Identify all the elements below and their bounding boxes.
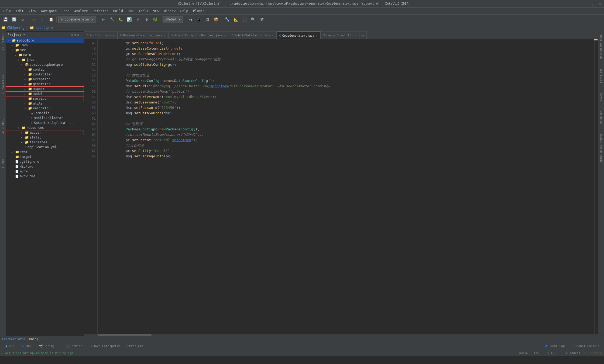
toolbar-btn3[interactable]: 🗒	[204, 16, 211, 23]
tab-globalexception[interactable]: C GlobalExceptionHandler.java ✕	[169, 32, 229, 39]
right-panel-jrebel-setup[interactable]: JRebel Setup Guide	[599, 131, 603, 165]
tree-item-target[interactable]: 📁 target	[6, 154, 84, 159]
menu-run[interactable]: Run	[126, 9, 136, 13]
menu-window[interactable]: Window	[162, 9, 177, 13]
right-panel-maven[interactable]: Maven	[599, 91, 603, 103]
side-tab-jrebel[interactable]: 3: JRebel	[1, 117, 5, 135]
run-btn[interactable]: ▶	[100, 16, 107, 23]
tree-item-model[interactable]: 📁 model	[6, 91, 84, 96]
toolbar-btn1[interactable]: ⏮	[187, 16, 194, 23]
menu-navigate[interactable]: Navigate	[39, 9, 59, 13]
tab-close-mapper2xml[interactable]: ✕	[354, 34, 356, 37]
breadcrumb-item1[interactable]: CDLSpring	[7, 26, 25, 30]
status-indent[interactable]: 4 spaces	[566, 351, 580, 355]
tree-item-utils[interactable]: 📁 utils	[6, 101, 84, 106]
tree-icon-locate[interactable]: ⊙	[71, 33, 73, 37]
side-tab-project[interactable]: 1: Project	[1, 32, 5, 52]
bottom-tab-jrebelconsole[interactable]: ☰ JRebel Console	[569, 344, 602, 348]
tab-more[interactable]: »	[359, 32, 367, 39]
menu-file[interactable]: File	[1, 9, 13, 13]
tree-item-mvnw-cmd[interactable]: 📄 mvnw.cmd	[6, 174, 84, 179]
tab-close-mobile[interactable]: ✕	[272, 34, 273, 37]
tree-item-controller[interactable]: 📁 controller	[6, 72, 84, 77]
tab-close-codegen[interactable]: ✕	[316, 34, 318, 37]
menu-vcs[interactable]: VCS	[151, 9, 161, 13]
tree-item-package[interactable]: 📦 com.cdl.spbootpro	[6, 62, 84, 67]
menu-view[interactable]: View	[26, 9, 39, 13]
maximize-btn[interactable]: □	[591, 2, 595, 6]
tree-item-resources[interactable]: 📁 resources	[6, 125, 84, 130]
breadcrumb-item2[interactable]: spbootpro	[36, 26, 53, 30]
bottom-tab-terminal[interactable]: ⬛ Terminal	[63, 344, 86, 348]
tree-item-gitignore[interactable]: 📄 .gitignore	[6, 159, 84, 164]
tree-item-main[interactable]: 📁 main	[6, 53, 84, 57]
tree-item-test[interactable]: 📁 test	[6, 150, 84, 154]
tree-icon-settings[interactable]: ⚙	[77, 33, 79, 37]
tree-project-label[interactable]: Project ▾	[8, 33, 25, 37]
toolbar-btn2[interactable]: 📱	[195, 16, 203, 23]
close-btn[interactable]: ✕	[598, 2, 602, 6]
status-position[interactable]: 48:36	[519, 351, 528, 355]
run-config-dropdown[interactable]: ⚙ CodeGenerator ▾	[58, 16, 96, 23]
debug-btn[interactable]: 🐛	[117, 16, 125, 23]
breadcrumb-codegen[interactable]: CodeGenerator	[2, 337, 25, 341]
menu-tools[interactable]: Tools	[136, 9, 150, 13]
bottom-tab-run[interactable]: 4 Run	[2, 344, 16, 348]
tab-mapper2xml[interactable]: X mapper2.xml.ftl ✕	[321, 32, 359, 39]
menu-code[interactable]: Code	[60, 9, 72, 13]
tree-item-application-yml[interactable]: Y application.yml	[6, 145, 84, 150]
menu-edit[interactable]: Edit	[14, 9, 26, 13]
tree-icon-close[interactable]: —	[80, 33, 82, 37]
tree-item-mobilevalidator[interactable]: C MobileValidator	[6, 116, 84, 120]
menu-analyze[interactable]: Analyze	[72, 9, 90, 13]
tab-mobilevalidator[interactable]: C MobileValidator.java ✕	[229, 32, 277, 39]
scrollbar-thumb[interactable]	[98, 334, 152, 336]
bottom-tab-todo[interactable]: 6 TODO	[19, 344, 35, 348]
tree-item-mapper-res[interactable]: 📁 mapper	[6, 130, 84, 135]
tree-item-spbootproapplication[interactable]: C SpbootproApplicati...	[6, 120, 84, 125]
tree-item-mvnw[interactable]: 📄 mvnw	[6, 169, 84, 174]
coverage-btn[interactable]: 📊	[126, 16, 133, 23]
recent-btn[interactable]: 📋	[47, 16, 55, 23]
side-tab-favorites[interactable]: 2: Favorites	[1, 73, 5, 96]
tab-close-global[interactable]: ✕	[224, 34, 226, 37]
bottom-tab-spring[interactable]: 🌱 Spring	[37, 344, 57, 349]
bottom-tab-enterprise[interactable]: ☕ Java Enterprise	[88, 344, 122, 348]
tab-close-controller[interactable]: ✕	[113, 34, 115, 37]
menu-build[interactable]: Build	[111, 9, 125, 13]
menu-refactor[interactable]: Refactor	[91, 9, 111, 13]
tree-item-mvn[interactable]: 📁 .mvn	[6, 43, 84, 48]
search-btn[interactable]: 🔍	[249, 16, 257, 23]
minimize-btn[interactable]: —	[584, 2, 589, 6]
toolbar-btn4[interactable]: 📦	[212, 16, 220, 23]
tree-item-validator[interactable]: 📁 validator	[6, 106, 84, 111]
save-btn[interactable]: 💾	[2, 16, 9, 23]
tab-codegenerator[interactable]: C CodeGenerator.java ✕	[277, 32, 321, 39]
right-panel-bean-validation[interactable]: Bean Validation	[599, 32, 603, 61]
build-btn[interactable]: 🔨	[108, 16, 116, 23]
tree-item-spbootpro[interactable]: 📁 spbootpro	[6, 38, 84, 43]
status-encoding[interactable]: UTF-8 ▾	[547, 351, 560, 355]
tab-close-business[interactable]: ✕	[164, 34, 166, 37]
tree-item-java[interactable]: 📁 java	[6, 57, 84, 62]
back-btn[interactable]: ←	[30, 16, 37, 23]
profile-btn[interactable]: ⚡	[134, 16, 142, 23]
tree-item-src[interactable]: 📁 src	[6, 48, 84, 53]
tree-icon-expand[interactable]: ⇅	[74, 33, 76, 37]
tree-item-config[interactable]: 📁 config	[6, 67, 84, 72]
jrebel-dropdown[interactable]: JRebel ▾	[163, 16, 183, 23]
tools-btn[interactable]: 🛠	[258, 16, 266, 23]
bottom-tab-eventlog[interactable]: 2 Event Log	[542, 344, 567, 348]
menu-plugin[interactable]: Plugin	[191, 9, 207, 13]
forward-btn[interactable]: →	[39, 16, 46, 23]
settings-btn2[interactable]: ⚙	[143, 16, 150, 23]
right-panel-database[interactable]: Database	[599, 109, 603, 126]
tree-item-helpmd[interactable]: 📄 HELP.md	[6, 164, 84, 169]
scrollbar-horizontal[interactable]	[84, 334, 598, 336]
tab-businessexception[interactable]: C BusinessException.java ✕	[118, 32, 169, 39]
panel-btn[interactable]: 📐	[232, 16, 240, 23]
code-content[interactable]: gc.setOpen(false); gc.setBaseColumnList(…	[98, 39, 594, 334]
breadcrumb-main[interactable]: main()	[29, 337, 40, 341]
tree-item-static[interactable]: 📁 static	[6, 135, 84, 140]
tree-item-service[interactable]: 📁 service	[6, 96, 84, 101]
